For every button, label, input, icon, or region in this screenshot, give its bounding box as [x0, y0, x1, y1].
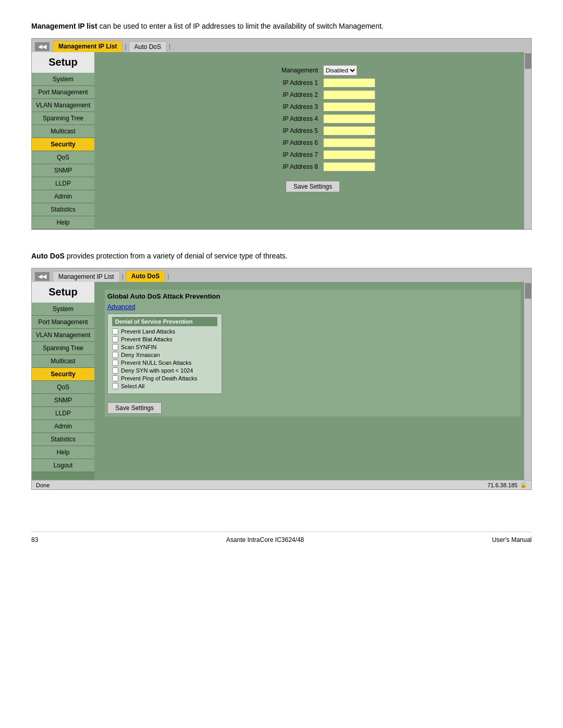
- checkbox-scan-synfin[interactable]: [112, 344, 118, 350]
- dos-row-blat: Prevent Blat Attacks: [112, 336, 217, 342]
- sidebar-item-security-1[interactable]: Security: [32, 138, 94, 151]
- ip-row-6: IP Address 6: [250, 138, 375, 147]
- dos-row-xmascan: Deny Xmascan: [112, 352, 217, 358]
- label-prevent-blat: Prevent Blat Attacks: [121, 336, 172, 342]
- ip-row-2: IP Address 2: [250, 90, 375, 100]
- tab-management-ip-list[interactable]: Management IP List: [53, 41, 123, 52]
- setup-title-1: Setup: [32, 52, 94, 73]
- sidebar-2: Setup System Port Management VLAN Manage…: [32, 282, 94, 480]
- tab-sep-3: |: [122, 273, 124, 280]
- sidebar-item-system-1[interactable]: System: [32, 73, 94, 86]
- section-2: Auto DoS provides protection from a vari…: [31, 251, 532, 490]
- ip-label-2: IP Address 2: [250, 91, 323, 98]
- section-1: Management IP list can be used to enter …: [31, 21, 532, 230]
- sidebar-item-lldp-2[interactable]: LLDP: [32, 407, 94, 420]
- sidebar-item-security-2[interactable]: Security: [32, 368, 94, 381]
- status-bar: Done 71.6.38.185 🔒: [32, 480, 531, 489]
- sidebar-item-port-mgmt-2[interactable]: Port Management: [32, 316, 94, 329]
- ip-row-1: IP Address 1: [250, 78, 375, 88]
- sidebar-item-multicast-2[interactable]: Multicast: [32, 355, 94, 368]
- tab-auto-dos-1[interactable]: Auto DoS: [129, 41, 167, 52]
- ip-input-1[interactable]: [323, 78, 375, 88]
- sidebar-item-snmp-1[interactable]: SNMP: [32, 164, 94, 177]
- page-footer: 83 Asante IntraCore IC3624/48 User's Man…: [31, 532, 532, 544]
- checkbox-deny-syn-sport[interactable]: [112, 367, 118, 374]
- browser-frame-2: ◀◀ Management IP List | Auto DoS | Setup…: [31, 268, 532, 490]
- setup-title-2: Setup: [32, 282, 94, 303]
- checkbox-prevent-blat[interactable]: [112, 336, 118, 342]
- section2-description: Auto DoS provides protection from a vari…: [31, 251, 532, 262]
- browser-tabs-2: ◀◀ Management IP List | Auto DoS |: [32, 268, 531, 282]
- management-select[interactable]: Disabled Enabled: [323, 65, 357, 76]
- ip-input-5[interactable]: [323, 126, 375, 135]
- scrollbar-2[interactable]: [524, 282, 531, 480]
- label-deny-xmascan: Deny Xmascan: [121, 352, 160, 358]
- sidebar-1: Setup System Port Management VLAN Manage…: [32, 52, 94, 229]
- ip-input-3[interactable]: [323, 102, 375, 112]
- lock-icon: 🔒: [520, 482, 527, 488]
- sidebar-item-admin-2[interactable]: Admin: [32, 420, 94, 433]
- sidebar-item-statistics-2[interactable]: Statistics: [32, 433, 94, 446]
- sidebar-item-logout-2[interactable]: Logout: [32, 459, 94, 472]
- dos-row-null-scan: Prevent NULL Scan Attacks: [112, 360, 217, 366]
- footer-product: Asante IntraCore IC3624/48: [226, 536, 304, 544]
- dos-prevention-section: Global Auto DoS Attack Prevention Advanc…: [105, 290, 521, 416]
- sidebar-item-spanning-2[interactable]: Spanning Tree: [32, 342, 94, 355]
- tab-back-button-2[interactable]: ◀◀: [35, 272, 50, 281]
- ip-input-6[interactable]: [323, 138, 375, 147]
- sidebar-item-admin-1[interactable]: Admin: [32, 190, 94, 203]
- sidebar-item-qos-1[interactable]: QoS: [32, 151, 94, 164]
- sidebar-item-help-1[interactable]: Help: [32, 216, 94, 229]
- scrollbar-1[interactable]: [524, 52, 531, 229]
- footer-manual: User's Manual: [492, 536, 532, 544]
- management-row: Management Disabled Enabled: [250, 65, 375, 76]
- section2-bold: Auto DoS: [31, 252, 65, 260]
- tab-management-ip-list-2[interactable]: Management IP List: [53, 271, 120, 282]
- browser-tabs-1: ◀◀ Management IP List | Auto DoS |: [32, 39, 531, 52]
- ip-input-4[interactable]: [323, 114, 375, 124]
- save-btn-row-1: Save Settings: [250, 177, 375, 192]
- sidebar-item-vlan-2[interactable]: VLAN Management: [32, 329, 94, 342]
- sidebar-item-help-2[interactable]: Help: [32, 446, 94, 459]
- section1-description: Management IP list can be used to enter …: [31, 21, 532, 32]
- scrollbar-thumb-1[interactable]: [525, 53, 531, 69]
- tab-back-button-1[interactable]: ◀◀: [35, 42, 50, 51]
- ip-input-8[interactable]: [323, 162, 375, 171]
- ip-label-5: IP Address 5: [250, 127, 323, 134]
- sidebar-item-qos-2[interactable]: QoS: [32, 381, 94, 394]
- checkbox-prevent-ping-death[interactable]: [112, 375, 118, 381]
- management-label: Management: [250, 67, 323, 74]
- sidebar-item-port-mgmt-1[interactable]: Port Management: [32, 86, 94, 99]
- dos-row-ping-death: Prevent Ping of Death Attacks: [112, 375, 217, 381]
- browser-frame-1: ◀◀ Management IP List | Auto DoS | Setup…: [31, 38, 532, 230]
- dos-table: Denial of Service Prevention Prevent Lan…: [107, 314, 222, 394]
- save-settings-button-2[interactable]: Save Settings: [107, 402, 162, 414]
- save-btn-row-2: Save Settings: [107, 398, 518, 414]
- sidebar-item-statistics-1[interactable]: Statistics: [32, 203, 94, 216]
- dos-section-title: Global Auto DoS Attack Prevention: [107, 292, 518, 300]
- checkbox-select-all[interactable]: [112, 383, 118, 389]
- ip-input-7[interactable]: [323, 150, 375, 159]
- tab-auto-dos-2[interactable]: Auto DoS: [126, 270, 166, 282]
- advanced-link[interactable]: Advanced: [107, 303, 518, 311]
- save-settings-button-1[interactable]: Save Settings: [286, 181, 340, 192]
- sidebar-item-spanning-1[interactable]: Spanning Tree: [32, 112, 94, 125]
- sidebar-item-vlan-1[interactable]: VLAN Management: [32, 99, 94, 112]
- checkbox-prevent-land[interactable]: [112, 328, 118, 335]
- ip-label-6: IP Address 6: [250, 139, 323, 146]
- main-content-1: Management Disabled Enabled IP Address 1…: [94, 52, 531, 229]
- label-prevent-land: Prevent Land Attacks: [121, 328, 175, 335]
- scrollbar-thumb-2[interactable]: [525, 283, 531, 299]
- ip-input-2[interactable]: [323, 90, 375, 100]
- checkbox-deny-xmascan[interactable]: [112, 352, 118, 358]
- sidebar-item-lldp-1[interactable]: LLDP: [32, 177, 94, 190]
- checkbox-prevent-null-scan[interactable]: [112, 360, 118, 366]
- footer-page-num: 83: [31, 536, 38, 544]
- label-select-all: Select All: [121, 383, 144, 389]
- browser-content-1: Setup System Port Management VLAN Manage…: [32, 52, 531, 229]
- ip-form: Management Disabled Enabled IP Address 1…: [250, 65, 375, 192]
- label-deny-syn-sport: Deny SYN with sport < 1024: [121, 367, 193, 374]
- sidebar-item-multicast-1[interactable]: Multicast: [32, 125, 94, 138]
- sidebar-item-system-2[interactable]: System: [32, 303, 94, 316]
- sidebar-item-snmp-2[interactable]: SNMP: [32, 394, 94, 407]
